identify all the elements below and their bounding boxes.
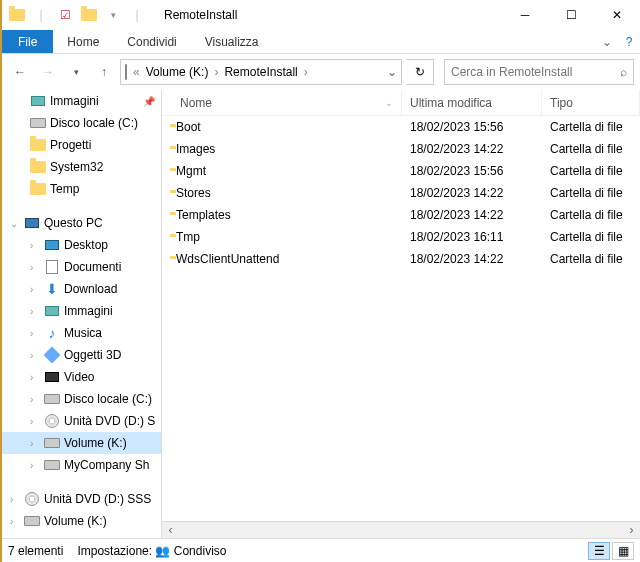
maximize-button[interactable]: ☐ [548,0,594,30]
tree-item-label: Download [64,282,117,296]
tree-item[interactable]: ›Oggetti 3D [2,344,161,366]
tree-item[interactable]: System32 [2,156,161,178]
expand-arrow-icon[interactable]: › [30,262,40,273]
tree-item[interactable]: ›MyCompany Sh [2,454,161,476]
breadcrumb-item[interactable]: Volume (K:) [146,65,209,79]
expand-arrow-icon[interactable]: › [30,372,40,383]
tree-item[interactable]: ›Unità DVD (D:) S [2,410,161,432]
tree-item[interactable]: ›Unità DVD (D:) SSS [2,488,161,510]
icons-view-button[interactable]: ▦ [612,542,634,560]
column-headers: Nome⌄ Ultima modifica Tipo [162,90,640,116]
breadcrumb-sep-icon[interactable]: « [133,65,140,79]
chevron-right-icon[interactable]: › [214,65,218,79]
pic-icon [44,303,60,319]
tree-item-label: Unità DVD (D:) S [64,414,155,428]
expand-arrow-icon[interactable]: › [30,240,40,251]
file-name: WdsClientUnattend [176,252,279,266]
file-row[interactable]: Boot18/02/2023 15:56Cartella di file [162,116,640,138]
horizontal-scrollbar[interactable]: ‹ › [162,521,640,538]
file-type: Cartella di file [542,142,640,156]
file-row[interactable]: Stores18/02/2023 14:22Cartella di file [162,182,640,204]
tab-home[interactable]: Home [53,30,113,53]
expand-arrow-icon[interactable]: › [30,350,40,361]
file-modified: 18/02/2023 14:22 [402,142,542,156]
tree-item[interactable]: ›Disco locale (C:) [2,388,161,410]
expand-arrow-icon[interactable]: › [30,416,40,427]
tree-item[interactable]: ›♪Musica [2,322,161,344]
navigation-pane[interactable]: Immagini📌Disco locale (C:)ProgettiSystem… [2,90,162,538]
refresh-button[interactable]: ↻ [406,59,434,85]
minimize-button[interactable]: ─ [502,0,548,30]
column-header-name[interactable]: Nome⌄ [162,90,402,115]
expand-arrow-icon[interactable]: › [30,460,40,471]
file-type: Cartella di file [542,208,640,222]
close-button[interactable]: ✕ [594,0,640,30]
folder-icon [30,159,46,175]
expand-arrow-icon[interactable]: › [30,438,40,449]
forward-button[interactable]: → [36,60,60,84]
tree-item-label: Volume (K:) [64,436,127,450]
tree-item[interactable]: Temp [2,178,161,200]
expand-arrow-icon[interactable]: ⌄ [10,218,20,229]
file-type: Cartella di file [542,120,640,134]
qat-dropdown-icon[interactable]: ▾ [102,4,124,26]
qat-properties-icon[interactable]: ☑ [54,4,76,26]
expand-arrow-icon[interactable]: › [30,328,40,339]
tree-item[interactable]: ⌄Questo PC [2,212,161,234]
file-row[interactable]: Tmp18/02/2023 16:11Cartella di file [162,226,640,248]
scroll-left-icon[interactable]: ‹ [162,523,179,537]
qat-newfolder-icon[interactable] [78,4,100,26]
folder-icon [30,137,46,153]
search-box[interactable]: ⌕ [444,59,634,85]
expand-arrow-icon[interactable]: › [30,394,40,405]
tree-item[interactable]: ›Immagini [2,300,161,322]
tree-item-label: System32 [50,160,103,174]
expand-arrow-icon[interactable]: › [10,516,20,527]
file-type: Cartella di file [542,186,640,200]
tree-item[interactable]: ›Video [2,366,161,388]
search-input[interactable] [451,65,620,79]
address-dropdown-icon[interactable]: ⌄ [387,65,397,79]
file-name: Tmp [176,230,200,244]
expand-arrow-icon[interactable]: › [30,284,40,295]
tree-item[interactable]: Immagini📌 [2,90,161,112]
recent-dropdown-icon[interactable]: ▾ [64,60,88,84]
tree-item[interactable]: Progetti [2,134,161,156]
status-state: Impostazione: 👥 Condiviso [77,544,226,558]
breadcrumb-item[interactable]: RemoteInstall [224,65,297,79]
tree-item[interactable]: ›Volume (K:) [2,432,161,454]
file-row[interactable]: Templates18/02/2023 14:22Cartella di fil… [162,204,640,226]
tree-item[interactable]: ›Volume (K:) [2,510,161,532]
expand-arrow-icon[interactable]: › [30,306,40,317]
ribbon-collapse-icon[interactable]: ⌄ [596,30,618,53]
address-bar[interactable]: « Volume (K:) › RemoteInstall › ⌄ [120,59,402,85]
back-button[interactable]: ← [8,60,32,84]
tree-item[interactable]: ›⬇Download [2,278,161,300]
tree-item-label: MyCompany Sh [64,458,149,472]
search-icon[interactable]: ⌕ [620,65,627,79]
expand-arrow-icon[interactable]: › [10,494,20,505]
file-row[interactable]: WdsClientUnattend18/02/2023 14:22Cartell… [162,248,640,270]
column-header-modified[interactable]: Ultima modifica [402,90,542,115]
column-header-type[interactable]: Tipo [542,90,640,115]
drive-icon [125,65,127,79]
pin-icon: 📌 [143,96,155,107]
details-view-button[interactable]: ☰ [588,542,610,560]
tree-item[interactable]: ›Desktop [2,234,161,256]
help-icon[interactable]: ? [618,30,640,53]
file-row[interactable]: Mgmt18/02/2023 15:56Cartella di file [162,160,640,182]
tab-view[interactable]: Visualizza [191,30,273,53]
file-tab[interactable]: File [2,30,53,53]
scroll-right-icon[interactable]: › [623,523,640,537]
tree-item[interactable]: ›Documenti [2,256,161,278]
chevron-right-icon[interactable]: › [304,65,308,79]
folder-icon [30,181,46,197]
dvd-icon [24,491,40,507]
tree-item[interactable]: Disco locale (C:) [2,112,161,134]
file-name: Templates [176,208,231,222]
file-row[interactable]: Images18/02/2023 14:22Cartella di file [162,138,640,160]
dvd-icon [44,413,60,429]
tree-item-label: Desktop [64,238,108,252]
up-button[interactable]: ↑ [92,60,116,84]
tab-share[interactable]: Condividi [113,30,190,53]
